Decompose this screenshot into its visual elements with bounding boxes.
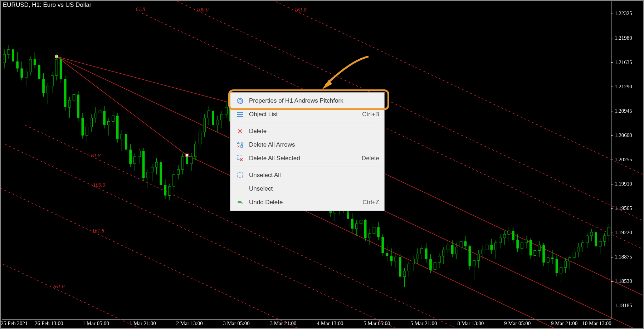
menu-delete-label: Delete <box>249 128 379 135</box>
shapes-icon <box>235 141 245 149</box>
select-delete-icon <box>235 154 245 162</box>
menu-undo-delete-shortcut: Ctrl+Z <box>362 199 379 206</box>
chart-title: EURUSD, H1: Euro vs US Dollar <box>3 1 92 9</box>
menu-unselect[interactable]: Unselect <box>230 182 384 196</box>
menu-delete-all-selected[interactable]: Delete All Selected Delete <box>230 152 384 165</box>
menu-separator <box>233 167 381 167</box>
blank-icon <box>235 185 245 193</box>
menu-delete-all-arrows[interactable]: Delete All Arrows <box>230 138 384 152</box>
menu-undo-delete-label: Undo Delete <box>249 199 355 206</box>
undo-icon <box>235 198 245 206</box>
gear-icon <box>235 97 245 105</box>
menu-object-list[interactable]: Object List Ctrl+B <box>230 108 384 121</box>
menu-delete-all-selected-label: Delete All Selected <box>249 155 355 162</box>
menu-object-list-shortcut: Ctrl+B <box>362 111 379 118</box>
menu-unselect-label: Unselect <box>249 185 379 192</box>
menu-unselect-all-label: Unselect All <box>249 172 379 179</box>
unselect-all-icon <box>235 171 245 179</box>
svg-rect-1 <box>237 114 243 115</box>
menu-unselect-all[interactable]: Unselect All <box>230 168 384 182</box>
menu-properties[interactable]: Properties of H1 Andrews Pitchfork <box>230 94 384 108</box>
menu-undo-delete[interactable]: Undo Delete Ctrl+Z <box>230 196 384 209</box>
list-icon <box>235 111 245 118</box>
menu-properties-label: Properties of H1 Andrews Pitchfork <box>249 97 379 104</box>
menu-delete[interactable]: Delete <box>230 124 384 138</box>
svg-rect-0 <box>237 112 243 113</box>
svg-rect-3 <box>241 146 243 147</box>
menu-delete-all-arrows-label: Delete All Arrows <box>249 141 379 148</box>
menu-separator <box>233 123 381 123</box>
svg-rect-2 <box>237 116 243 117</box>
menu-object-list-label: Object List <box>249 111 355 118</box>
x-icon <box>235 127 245 135</box>
menu-delete-all-selected-shortcut: Delete <box>362 155 379 162</box>
context-menu: Properties of H1 Andrews Pitchfork Objec… <box>230 92 385 211</box>
svg-rect-5 <box>238 173 243 178</box>
